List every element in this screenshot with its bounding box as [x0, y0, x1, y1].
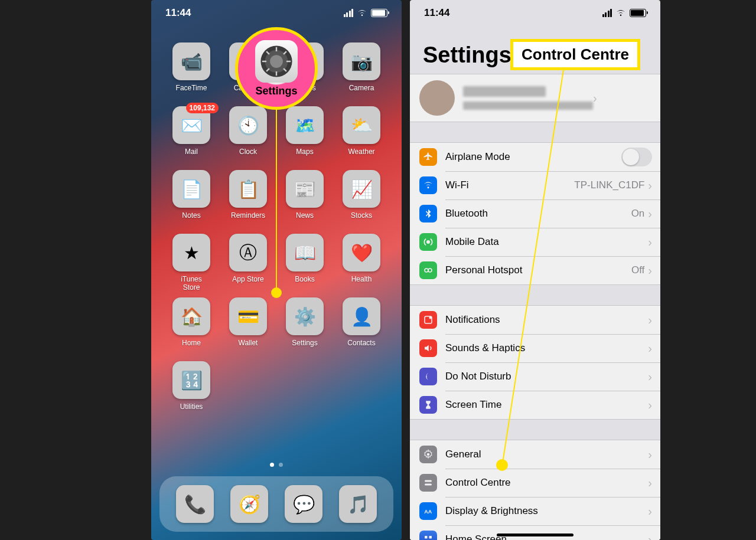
airplane-toggle[interactable]	[621, 148, 652, 166]
chevron-right-icon: ›	[648, 342, 660, 355]
app-facetime[interactable]: 📹FaceTime	[172, 42, 210, 106]
app-label: Camera	[343, 84, 380, 92]
moon-icon	[419, 368, 437, 385]
screen-time-row[interactable]: Screen Time ›	[410, 391, 660, 419]
itunes-store-icon: ★	[172, 234, 210, 271]
app-messages[interactable]: 💬Messages	[285, 485, 322, 523]
app-mail[interactable]: ✉️109,132Mail	[172, 106, 210, 170]
app-camera[interactable]: 📷Camera	[343, 42, 380, 106]
sounds-row[interactable]: Sounds & Haptics ›	[410, 334, 660, 362]
app-label: Clock	[229, 148, 267, 156]
row-label: Sounds & Haptics	[445, 342, 525, 354]
status-bar: 11:44	[151, 0, 402, 26]
gear-icon	[419, 446, 437, 463]
app-label: Wallet	[229, 339, 267, 347]
page-dots[interactable]	[151, 459, 402, 469]
redacted-name	[463, 86, 593, 110]
wifi-icon	[615, 9, 626, 17]
general-row[interactable]: General ›	[410, 440, 660, 469]
control-centre-row[interactable]: Control Centre ›	[410, 469, 660, 497]
app-settings[interactable]: ⚙️Settings	[286, 297, 324, 361]
chevron-right-icon: ›	[648, 207, 660, 221]
row-label: Wi-Fi	[445, 179, 469, 191]
airplane-mode-row[interactable]: Airplane Mode	[410, 143, 660, 171]
hotspot-row[interactable]: Personal Hotspot Off ›	[410, 256, 660, 284]
app-app-store[interactable]: ⒶApp Store	[229, 234, 267, 297]
chevron-right-icon: ›	[648, 235, 660, 249]
notifications-row[interactable]: Notifications ›	[410, 306, 660, 334]
row-label: Screen Time	[445, 399, 501, 411]
display-row[interactable]: AA Display & Brightness ›	[410, 497, 660, 525]
app-itunes-store[interactable]: ★iTunes Store	[172, 234, 210, 297]
chevron-right-icon: ›	[648, 313, 660, 327]
chevron-right-icon: ›	[648, 370, 660, 384]
antenna-icon	[419, 233, 437, 251]
wifi-icon	[419, 176, 437, 194]
dnd-row[interactable]: Do Not Disturb ›	[410, 362, 660, 391]
svg-text:AA: AA	[424, 509, 432, 515]
app-safari[interactable]: 🧭Safari	[230, 485, 268, 523]
wifi-icon	[357, 9, 367, 17]
app-label: Weather	[343, 148, 380, 156]
settings-icon	[255, 40, 298, 83]
app-news[interactable]: 📰News	[286, 170, 324, 234]
app-contacts[interactable]: 👤Contacts	[343, 297, 380, 361]
app-clock[interactable]: 🕙Clock	[229, 106, 267, 170]
app-home[interactable]: 🏠Home	[172, 297, 210, 361]
app-label: Contacts	[343, 339, 380, 347]
chevron-right-icon: ›	[648, 505, 660, 518]
app-notes[interactable]: 📄Notes	[172, 170, 210, 234]
phone-icon: 📞	[176, 485, 214, 523]
app-label: Settings	[286, 339, 324, 347]
chevron-right-icon: ›	[648, 179, 660, 192]
app-maps[interactable]: 🗺️Maps	[286, 106, 324, 170]
svg-rect-20	[429, 536, 432, 539]
dock: 📞Phone🧭Safari💬Messages🎵Music	[159, 476, 393, 532]
phone-home-screen: 11:44 📹FaceTimeCalendar🏵️Photos📷Camera✉️…	[151, 0, 402, 540]
app-books[interactable]: 📖Books	[286, 234, 324, 297]
row-label: Notifications	[445, 314, 500, 326]
settings-callout: Settings	[235, 27, 318, 110]
chevron-right-icon: ›	[648, 448, 660, 462]
app-label: Notes	[172, 211, 210, 220]
airplane-icon	[419, 148, 437, 166]
facetime-icon: 📹	[172, 42, 210, 80]
app-reminders[interactable]: 📋Reminders	[229, 170, 267, 234]
health-icon: ❤️	[343, 234, 380, 271]
row-label: Display & Brightness	[445, 505, 538, 517]
app-label: Mail	[172, 148, 210, 156]
app-health[interactable]: ❤️Health	[343, 234, 380, 297]
apple-id-row[interactable]: ›	[410, 74, 660, 122]
home-screen-row[interactable]: Home Screen ›	[410, 525, 660, 540]
row-label: Mobile Data	[445, 236, 499, 248]
reminders-icon: 📋	[229, 170, 267, 208]
system-group: General › Control Centre › AA Display & …	[410, 440, 660, 540]
notes-icon: 📄	[172, 170, 210, 208]
chevron-right-icon: ›	[648, 264, 660, 277]
svg-point-2	[270, 55, 283, 68]
stocks-icon: 📈	[343, 170, 380, 208]
chevron-right-icon: ›	[648, 398, 660, 412]
app-utilities[interactable]: 🔢Utilities	[172, 361, 210, 425]
app-weather[interactable]: ⛅Weather	[343, 106, 380, 170]
home-indicator[interactable]	[497, 534, 573, 536]
app-phone[interactable]: 📞Phone	[176, 485, 214, 523]
row-label: General	[445, 449, 481, 460]
app-label: Reminders	[229, 211, 267, 220]
battery-icon	[630, 9, 646, 17]
messages-icon: 💬	[285, 485, 322, 523]
apps-grid-icon	[419, 531, 437, 540]
app-label: Home	[172, 339, 210, 347]
app-stocks[interactable]: 📈Stocks	[343, 170, 380, 234]
speaker-icon	[419, 339, 437, 357]
status-time: 11:44	[424, 7, 449, 19]
bluetooth-icon	[419, 205, 437, 222]
bluetooth-row[interactable]: Bluetooth On ›	[410, 199, 660, 228]
app-store-icon: Ⓐ	[229, 234, 267, 271]
app-music[interactable]: 🎵Music	[339, 485, 377, 523]
wifi-row[interactable]: Wi-Fi TP-LINK_C1DF ›	[410, 171, 660, 199]
row-label: Do Not Disturb	[445, 371, 511, 382]
svg-rect-19	[425, 536, 428, 539]
account-group: ›	[410, 74, 660, 122]
app-wallet[interactable]: 💳Wallet	[229, 297, 267, 361]
